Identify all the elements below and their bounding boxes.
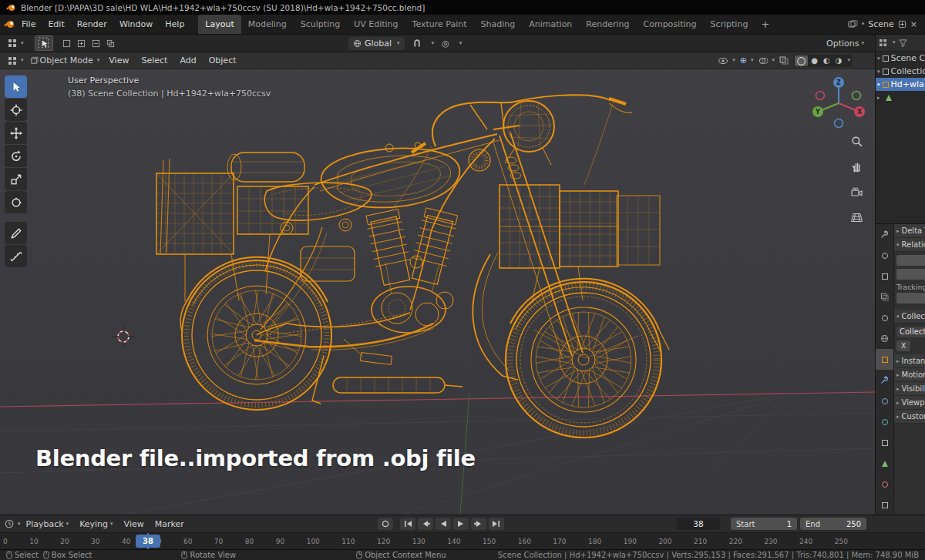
- tool-cursor[interactable]: [5, 99, 27, 121]
- shading-dropdown[interactable]: ▾: [847, 58, 850, 63]
- collection-name-field[interactable]: Collection: [896, 327, 925, 337]
- timeline-editor-selector[interactable]: ▾: [5, 519, 21, 528]
- blender-menu-logo-icon[interactable]: [3, 19, 15, 29]
- tab-uv-editing[interactable]: UV Editing: [347, 15, 405, 34]
- outliner-row-selected-object[interactable]: ▾ Hd+wla+1942+750cc: [876, 78, 925, 91]
- expander-icon[interactable]: ▸: [877, 95, 883, 101]
- panel-relations[interactable]: ▾Relations: [894, 238, 925, 252]
- viewport-editor-selector[interactable]: ▾: [5, 55, 27, 67]
- scene-properties-tab[interactable]: [876, 307, 893, 328]
- panel-instancing[interactable]: ▸Instancing: [894, 354, 925, 368]
- snap-dropdown[interactable]: ▾: [432, 41, 435, 46]
- panel-motion-paths[interactable]: ▸Motion Paths: [894, 368, 925, 382]
- panel-viewport-display[interactable]: ▸Viewport Display: [894, 396, 925, 410]
- current-frame-field[interactable]: 38: [677, 518, 720, 530]
- motorcycle-wireframe-object[interactable]: [156, 95, 669, 438]
- tab-texture-paint[interactable]: Texture Paint: [405, 15, 474, 34]
- shading-material-button[interactable]: ◐: [821, 55, 832, 66]
- timeline-ruler[interactable]: 0102030405060708090100110120130140150160…: [0, 532, 925, 549]
- panel-visibility[interactable]: ▸Visibility: [894, 382, 925, 396]
- marker-menu[interactable]: Marker: [150, 519, 190, 529]
- add-workspace-button[interactable]: +: [755, 15, 775, 34]
- outliner-row-scene-collection[interactable]: ▾ Scene Collection: [876, 52, 925, 65]
- playback-menu[interactable]: Playback▾: [21, 519, 75, 529]
- tab-layout[interactable]: Layout: [198, 15, 240, 34]
- constraint-properties-tab[interactable]: [876, 432, 893, 453]
- gizmos-dropdown[interactable]: ⊕ ▾: [740, 55, 754, 65]
- chevron-down-icon[interactable]: ▾: [893, 40, 896, 45]
- gizmo-neg-z-axis[interactable]: [835, 119, 843, 128]
- data-properties-tab[interactable]: [876, 453, 893, 474]
- active-tool-button[interactable]: [35, 35, 53, 51]
- physics-properties-tab[interactable]: [876, 411, 893, 432]
- menu-item[interactable]: Help: [159, 15, 190, 34]
- tab-scripting[interactable]: Scripting: [703, 15, 755, 34]
- parent-field[interactable]: [896, 255, 925, 266]
- shading-rendered-button[interactable]: ◑: [833, 55, 845, 66]
- parent-type-field[interactable]: [896, 269, 925, 280]
- keying-menu[interactable]: Keying▾: [74, 519, 118, 529]
- camera-view-button[interactable]: [848, 183, 865, 200]
- scene-name[interactable]: Scene: [868, 19, 894, 29]
- viewport-canvas[interactable]: User Perspective (38) Scene Collection |…: [0, 69, 875, 515]
- auto-keying-button[interactable]: [378, 518, 393, 530]
- visibility-dropdown[interactable]: ▾: [718, 57, 735, 65]
- frame-end-field[interactable]: End 250: [800, 518, 866, 530]
- tab-modeling[interactable]: Modeling: [241, 15, 294, 34]
- tool-scale[interactable]: [5, 168, 27, 190]
- viewport-menu-item[interactable]: Object: [203, 52, 243, 69]
- shading-solid-button[interactable]: ●: [809, 55, 820, 66]
- viewport-menu-item[interactable]: Select: [135, 52, 173, 69]
- tool-move[interactable]: [5, 122, 27, 144]
- panel-delta-transform[interactable]: ▸Delta Transform: [894, 224, 925, 238]
- toggle-ortho-button[interactable]: [848, 209, 865, 226]
- overlays-dropdown[interactable]: ▾: [758, 57, 775, 65]
- outliner-row-collection[interactable]: ▾ Collection: [876, 65, 925, 78]
- material-properties-tab[interactable]: [876, 474, 893, 495]
- zoom-button[interactable]: [848, 132, 865, 149]
- tool-properties-tab[interactable]: [876, 224, 893, 245]
- menu-item[interactable]: Edit: [42, 15, 70, 34]
- select-mode-set-button[interactable]: [59, 38, 74, 49]
- viewport-menu-item[interactable]: View: [103, 52, 135, 69]
- frame-start-field[interactable]: Start 1: [731, 518, 797, 530]
- tab-shading[interactable]: Shading: [474, 15, 523, 34]
- view-layer-properties-tab[interactable]: [876, 287, 893, 307]
- tab-rendering[interactable]: Rendering: [579, 15, 636, 34]
- next-keyframe-button[interactable]: [471, 518, 486, 530]
- pan-button[interactable]: [848, 158, 865, 175]
- shading-wireframe-button[interactable]: ◯: [795, 55, 808, 66]
- unlink-scene-button[interactable]: ×: [910, 19, 917, 29]
- proportional-edit-toggle[interactable]: ◎: [439, 37, 452, 50]
- tracking-axis-field[interactable]: [896, 293, 925, 303]
- navigation-gizmo[interactable]: Z X Y: [808, 72, 870, 134]
- snap-toggle[interactable]: [409, 37, 425, 49]
- proportional-dropdown[interactable]: ▾: [459, 41, 462, 46]
- viewport-menu-item[interactable]: Add: [173, 52, 202, 69]
- gizmo-neg-x-axis[interactable]: [816, 92, 825, 100]
- select-mode-intersect-button[interactable]: [103, 38, 118, 49]
- filter-funnel-icon[interactable]: [899, 39, 907, 47]
- play-button[interactable]: [453, 518, 469, 530]
- texture-properties-tab[interactable]: [876, 495, 893, 515]
- gizmo-neg-y-axis[interactable]: [853, 92, 861, 100]
- mode-dropdown[interactable]: Object Mode ▾: [27, 54, 103, 67]
- playhead-frame-badge[interactable]: 38: [136, 535, 160, 548]
- transform-orientation-dropdown[interactable]: Global ▾: [348, 37, 405, 50]
- output-properties-tab[interactable]: [876, 266, 893, 287]
- expander-icon[interactable]: ▾: [877, 82, 880, 88]
- view-menu[interactable]: View: [119, 519, 150, 529]
- remove-collection-button[interactable]: X: [896, 340, 910, 351]
- expander-icon[interactable]: ▾: [877, 55, 880, 62]
- outliner-row-mesh-data[interactable]: ▸: [876, 91, 925, 104]
- menu-item[interactable]: Window: [113, 15, 159, 34]
- new-scene-icon[interactable]: [898, 20, 906, 29]
- expander-icon[interactable]: ▾: [877, 69, 880, 75]
- editor-type-selector[interactable]: ▾: [5, 37, 27, 49]
- tool-annotate[interactable]: [5, 222, 27, 244]
- panel-collections[interactable]: ▾Collections: [894, 310, 925, 324]
- tab-animation[interactable]: Animation: [522, 15, 579, 34]
- select-mode-subtract-button[interactable]: [89, 38, 103, 49]
- menu-item[interactable]: Render: [71, 15, 113, 34]
- particle-properties-tab[interactable]: [876, 391, 893, 411]
